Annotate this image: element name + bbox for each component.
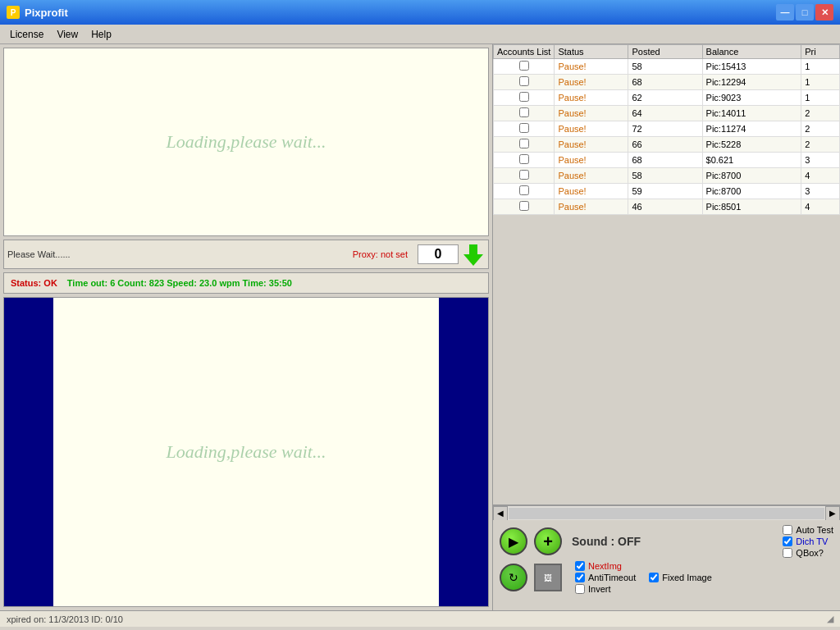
fixed-image-label: Fixed Image [662,573,712,582]
table-row: Pause! 68 Pic:12294 1 [494,75,840,90]
row-checkbox-cell [494,121,555,137]
row-pri: 3 [801,153,840,168]
table-row: Pause! 66 Pic:5228 2 [494,137,840,153]
row-status: Pause! [555,75,628,90]
image-border-right [439,298,488,606]
row-checkbox-cell [494,137,555,153]
row-checkbox-6[interactable] [519,154,529,164]
row-checkbox-2[interactable] [519,92,529,102]
col-status: Status [555,45,628,59]
input-row: Please Wait...... Proxy: not set 0 [3,240,489,269]
main-container: Loading,please wait... Please Wait......… [0,44,840,610]
row-checkbox-cell [494,90,555,106]
row-checkbox-7[interactable] [519,170,529,180]
start-button[interactable]: ▶ [500,527,527,555]
col-pri: Pri [801,45,840,59]
image-button[interactable]: 🖼 [534,564,562,591]
titlebar-left: P Pixprofit [7,6,68,19]
row-checkbox-9[interactable] [519,201,529,211]
row-posted: 64 [628,106,702,121]
row-pri: 1 [801,59,840,75]
anti-timeout-label: AntiTimeout [588,573,636,582]
option-qbox: QBox? [783,548,833,558]
menu-license[interactable]: License [3,27,50,42]
row-checkbox-4[interactable] [519,123,529,133]
row-checkbox-1[interactable] [519,76,529,86]
count-display: 0 [418,244,459,264]
scroll-left-button[interactable]: ◀ [493,506,508,521]
row-checkbox-cell [494,184,555,199]
bottom-status-bar: xpired on: 11/3/2013 ID: 0/10 ◢ [0,610,840,627]
table-row: Pause! 58 Pic:8700 4 [494,168,840,184]
next-img-checkbox[interactable] [575,561,585,571]
right-panel: Accounts List Status Posted Balance Pri … [492,44,840,610]
accounts-table: Accounts List Status Posted Balance Pri … [493,44,840,505]
row-posted: 72 [628,121,702,137]
titlebar: P Pixprofit — □ ✕ [0,0,840,25]
row-posted: 46 [628,199,702,215]
row-checkbox-cell [494,153,555,168]
qbox-checkbox[interactable] [783,548,792,558]
refresh-button[interactable]: ↻ [500,564,527,591]
titlebar-buttons: — □ ✕ [776,4,833,21]
image-border-left [4,298,53,606]
row-status: Pause! [555,168,628,184]
table-row: Pause! 46 Pic:8501 4 [494,199,840,215]
add-button[interactable]: + [534,527,562,555]
invert-checkbox[interactable] [575,584,585,594]
menu-view[interactable]: View [50,27,84,42]
row-checkbox-3[interactable] [519,107,529,117]
option-fixed-image: Fixed Image [649,573,712,582]
row-checkbox-cell [494,199,555,215]
row-posted: 62 [628,90,702,106]
col-balance: Balance [702,45,801,59]
row-status: Pause! [555,121,628,137]
dich-tv-checkbox[interactable] [783,536,792,546]
row-balance: Pic:8700 [702,184,801,199]
app-icon: P [7,6,20,19]
row-balance: Pic:11274 [702,121,801,137]
table-row: Pause! 68 $0.621 3 [494,153,840,168]
row-balance: Pic:12294 [702,75,801,90]
image-area-top: Loading,please wait... [3,48,489,236]
row-pri: 2 [801,106,840,121]
close-button[interactable]: ✕ [815,4,833,21]
fixed-image-checkbox[interactable] [649,573,659,582]
scroll-track[interactable] [509,508,824,519]
row-checkbox-8[interactable] [519,185,529,195]
accounts-data-table: Accounts List Status Posted Balance Pri … [493,44,840,215]
row-checkbox-cell [494,75,555,90]
option-auto-test: Auto Test [783,525,833,535]
scroll-right-button[interactable]: ▶ [825,506,840,521]
auto-test-checkbox[interactable] [783,525,792,535]
row-posted: 66 [628,137,702,153]
option-next-img: NextImg [575,561,636,571]
status-ok-label: Status: OK [11,278,57,288]
anti-timeout-checkbox[interactable] [575,573,585,582]
menubar: License View Help [0,25,840,44]
col-accounts: Accounts List [494,45,555,59]
row-checkbox-0[interactable] [519,61,529,71]
download-arrow-icon [463,243,483,266]
option-invert: Invert [575,584,636,594]
arrow-head [463,254,483,266]
option-dich-tv: Dich TV [783,536,833,546]
row-balance: Pic:8501 [702,199,801,215]
row-checkbox-cell [494,168,555,184]
minimize-button[interactable]: — [776,4,794,21]
menu-help[interactable]: Help [84,27,118,42]
row-posted: 59 [628,184,702,199]
right-options: Auto Test Dich TV QBox? [783,525,833,558]
maximize-button[interactable]: □ [796,4,814,21]
download-button[interactable] [462,243,485,266]
table-row: Pause! 59 Pic:8700 3 [494,184,840,199]
row-status: Pause! [555,59,628,75]
table-row: Pause! 58 Pic:15413 1 [494,59,840,75]
row-checkbox-5[interactable] [519,139,529,148]
row-checkbox-cell [494,106,555,121]
auto-test-label: Auto Test [796,525,833,535]
resize-handle: ◢ [827,614,833,624]
row-balance: Pic:9023 [702,90,801,106]
arrow-stem [469,244,477,254]
row-pri: 2 [801,121,840,137]
